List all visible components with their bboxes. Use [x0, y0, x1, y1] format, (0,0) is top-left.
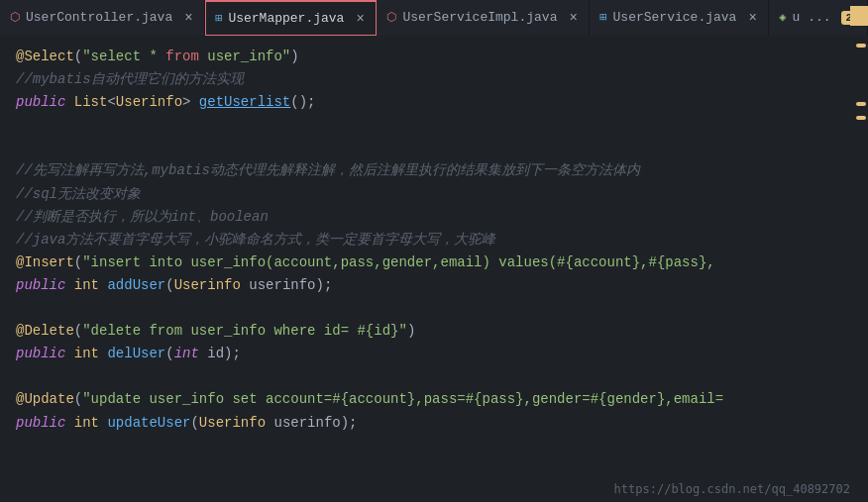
editor-area: @Select("select * from user_info") //myb… [0, 36, 868, 502]
tab-usermapper[interactable]: ⊞ UserMapper.java × [205, 0, 377, 36]
tab-label-mapper: UserMapper.java [228, 11, 344, 26]
code-line-4 [16, 114, 868, 137]
code-line-9: //java方法不要首字母大写，小驼峰命名方式，类一定要首字母大写，大驼峰 [16, 229, 868, 251]
code-line-15 [16, 365, 868, 388]
tab-label-service: UserService.java [613, 10, 737, 25]
code-content: @Select("select * from user_info") //myb… [0, 36, 868, 502]
code-line-1: @Select("select * from user_info") [16, 46, 868, 68]
code-line-3: public List<Userinfo> getUserlist(); [16, 91, 868, 114]
code-line-17: public int updateUser(Userinfo userinfo)… [16, 412, 868, 435]
tab-label: UserController.java [26, 10, 172, 25]
scrollbar-marker-2 [856, 102, 866, 106]
mapper-icon: ⊞ [215, 11, 222, 26]
code-line-8: //判断是否执行，所以为int、boolean [16, 206, 868, 229]
code-line-12 [16, 297, 868, 320]
tab-userservice[interactable]: ⊞ UserService.java × [590, 0, 769, 36]
tab-close-serviceimpl[interactable]: × [567, 9, 579, 27]
tab-close-usercontroller[interactable]: × [182, 9, 194, 27]
tab-bar: ⬡ UserController.java × ⊞ UserMapper.jav… [0, 0, 868, 36]
code-line-7: //sql无法改变对象 [16, 183, 868, 206]
code-line-10: @Insert("insert into user_info(account,p… [16, 251, 868, 274]
tab-more-label: u ... [793, 10, 831, 25]
scrollbar-marker-3 [856, 116, 866, 120]
scrollbar-track[interactable] [854, 36, 868, 502]
csdn-url: https://blog.csdn.net/qq_40892702 [614, 482, 850, 496]
scrollbar-marker-1 [856, 44, 866, 48]
code-line-16: @Update("update user_info set account=#{… [16, 388, 868, 411]
code-line-14: public int delUser(int id); [16, 343, 868, 365]
corner-marker [850, 6, 868, 26]
service-icon: ⊞ [599, 10, 606, 25]
code-line-5 [16, 137, 868, 159]
code-line-13: @Delete("delete from user_info where id=… [16, 320, 868, 343]
code-line-2: //mybatis自动代理它们的方法实现 [16, 68, 868, 91]
code-line-6: //先写注解再写方法,mybatis动态代理先解释注解，然后注解里执行的结果集放… [16, 159, 868, 182]
java-icon-2: ⬡ [386, 10, 396, 25]
tab-userserviceimpl[interactable]: ⬡ UserServiceImpl.java × [377, 0, 590, 36]
tab-label-serviceimpl: UserServiceImpl.java [402, 10, 557, 25]
java-icon: ⬡ [10, 10, 20, 25]
code-line-11: public int addUser(Userinfo userinfo); [16, 274, 868, 297]
tab-close-usermapper[interactable]: × [354, 10, 366, 28]
tab-usercontroller[interactable]: ⬡ UserController.java × [0, 0, 205, 36]
tab-close-service[interactable]: × [746, 9, 758, 27]
cube-icon: ◈ [779, 10, 786, 25]
